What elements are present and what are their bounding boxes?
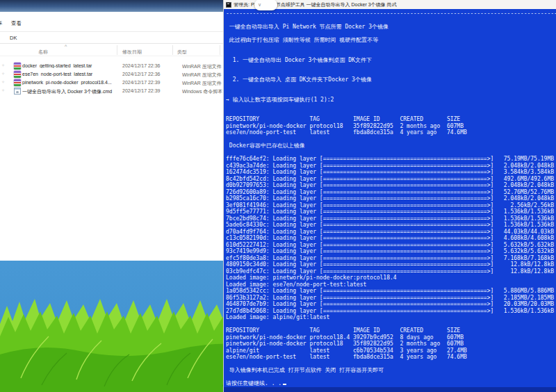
column-header-name[interactable]: 名称	[38, 49, 48, 56]
loading-layer-line: fffe76c64ef2: Loading layer [===========…	[226, 156, 556, 163]
loading-layer-line: 5ade6c84330c: Loading layer [===========…	[226, 222, 556, 229]
cmd-console-window: 管理员: Pi Network 节点维护工具 一键全自动导出导入 Docker …	[223, 0, 556, 392]
console-text-line: Docker容器中已存在以上镜像	[226, 142, 556, 149]
blank-line	[226, 103, 556, 110]
loading-layer-line: 162474dc3519: Loading layer [===========…	[226, 169, 556, 176]
loading-layer-line: 7bce2bd98c74: Loading layer [===========…	[226, 215, 556, 222]
file-name: docker_getting-started_latest.tar	[22, 63, 120, 68]
loading-layer-line: 86f53b3127a2: Loading layer [===========…	[226, 295, 556, 302]
loading-layer-line: c439ac3a74de: Loading layer [===========…	[226, 163, 556, 170]
row-status-icon: ✧	[1, 64, 5, 67]
loading-layer-line: 610d52227412: Loading layer [===========…	[226, 242, 556, 249]
winrar-archive-icon	[14, 79, 21, 86]
column-header-modified[interactable]: 修改日期	[122, 49, 142, 56]
column-header-type[interactable]: 类型	[177, 49, 187, 56]
loading-layer-line: 1a058d5342cc: Loading layer [===========…	[226, 288, 556, 295]
blank-line	[226, 44, 556, 51]
console-text-line: 1. 一键全自动导出 Docker 3个镜像到桌面 DK文件下	[226, 57, 556, 64]
loading-layer-line: 4809150c34d0: Loading layer [===========…	[226, 261, 556, 268]
file-date-modified: 2024/12/17 22:39	[122, 88, 161, 93]
loading-layer-line: efc5f80de3a8: Loading layer [===========…	[226, 255, 556, 262]
cmd-app-icon	[226, 2, 231, 8]
blank-line	[226, 110, 556, 117]
console-text-line: 此过程由于打包压缩 须耐性等候 所需时间 视硬件配置不等	[226, 37, 556, 44]
column-divider[interactable]	[220, 45, 220, 55]
image-table-row: alpine/git latest c6b70534b534 3 years a…	[226, 348, 556, 354]
console-text-line: → 输入以上数字选项按回车键执行(1 2):2	[226, 97, 556, 104]
file-row[interactable]: ✧ese7en_node-port-test_latest.tar2024/12…	[0, 70, 224, 79]
blank-line	[226, 50, 556, 57]
console-text-line: 2. 一键全自动导入 桌面 DK文件夹下Docker 3个镜像	[226, 76, 556, 83]
image-table-row: pinetwork/pi-node-docker protocol18 35f8…	[226, 341, 556, 348]
address-breadcrumb[interactable]: DK	[10, 35, 17, 41]
loading-layer-line: 03cb9edfc47c: Loading layer [===========…	[226, 268, 556, 275]
blank-line	[226, 374, 556, 381]
file-explorer-window: 享 查看 DK ^ 名称 修改日期 类型 ✧docker_getting-sta…	[0, 0, 224, 261]
loading-layer-line: 9d5ff5e77771: Loading layer [===========…	[226, 209, 556, 215]
blank-line	[226, 83, 556, 90]
blank-line	[226, 90, 556, 97]
console-text-line: Loaded image: pinetwork/pi-node-docker:p…	[226, 275, 556, 281]
file-type: WinRAR 压缩文件	[182, 80, 224, 87]
loading-layer-line: 3ef081f41946: Loading layer [===========…	[226, 202, 556, 209]
cmd-titlebar[interactable]: 管理员: Pi Network 节点维护工具 一键全自动导出导入 Docker …	[224, 0, 556, 9]
row-status-icon: ✧	[1, 72, 5, 76]
separator-line: ----------------------------------------…	[226, 10, 556, 17]
file-date-modified: 2024/12/17 22:36	[122, 63, 161, 68]
loading-layer-line: 4648707de7b9: Loading layer [===========…	[226, 301, 556, 308]
loading-layer-line: c13c0582190d: Loading layer [===========…	[226, 235, 556, 242]
file-date-modified: 2024/12/17 22:36	[122, 72, 161, 76]
console-output[interactable]: ----------------------------------------…	[224, 9, 556, 387]
tab-share-partial[interactable]: 享	[0, 20, 3, 27]
loading-layer-line: 27d7d8b45068: Loading layer [===========…	[226, 308, 556, 315]
file-list-column-headers: ^ 名称 修改日期 类型	[0, 44, 224, 56]
file-list: ✧docker_getting-started_latest.tar2024/1…	[0, 62, 224, 95]
row-status-icon: ✧	[1, 81, 5, 84]
console-text-line: 导入镜像到本机已完成 打开节点软件 关闭 打开容器开关即可	[226, 367, 556, 374]
tab-view[interactable]: 查看	[11, 20, 22, 27]
image-table-row: pinetwork/pi-node-docker protocol18 35f8…	[226, 123, 556, 130]
cmd-window-bottom-edge	[224, 387, 556, 392]
explorer-ribbon-tabs: 享 查看	[0, 12, 224, 32]
file-name: 一键全自动导出导入 Docker 3个镜像.cmd	[22, 88, 120, 95]
loading-layer-line: d70a4fd9f764: Loading layer [===========…	[226, 229, 556, 236]
console-text-line: 请按任意键继续. . .	[226, 380, 556, 387]
column-divider[interactable]	[172, 45, 173, 55]
file-name: pinetwork_pi-node-docker_protocol18.4...	[22, 80, 120, 85]
explorer-address-bar[interactable]: DK	[0, 32, 224, 44]
blank-line	[226, 31, 556, 38]
explorer-titlebar[interactable]	[0, 0, 224, 12]
windows-script-icon	[14, 88, 21, 95]
blank-line	[226, 149, 556, 156]
blank-line	[226, 321, 556, 328]
blank-line	[226, 361, 556, 368]
image-table-row: ese7en/node-port-test latest fbda8dce315…	[226, 129, 556, 136]
row-status-icon: ✧	[1, 89, 5, 92]
image-table-row: ese7en/node-port-test latest fbda8dce315…	[226, 354, 556, 361]
loading-layer-line: 8c42bfd542cd: Loading layer [===========…	[226, 176, 556, 183]
file-type: WinRAR 压缩文件	[182, 72, 224, 79]
winrar-archive-icon	[14, 71, 21, 78]
image-table-row: pinetwork/pi-node-docker protocol18.4 39…	[226, 334, 556, 341]
column-divider[interactable]	[117, 45, 117, 55]
loading-layer-line: d0b927097653: Loading layer [===========…	[226, 182, 556, 189]
loading-layer-line: 93c7419e99d9: Loading layer [===========…	[226, 248, 556, 255]
overlay-pill[interactable]: ∨	[254, 0, 277, 10]
text-cursor	[283, 384, 286, 386]
winrar-archive-icon	[14, 63, 21, 70]
file-row[interactable]: ✧docker_getting-started_latest.tar2024/1…	[0, 62, 224, 70]
file-row[interactable]: ✧一键全自动导出导入 Docker 3个镜像.cmd2024/12/17 22:…	[0, 87, 224, 95]
console-text-line: Loaded image: ese7en/node-port-test:late…	[226, 281, 556, 288]
blank-line	[226, 17, 556, 24]
blank-line	[226, 63, 556, 70]
loading-layer-line: 726d92600a89: Loading layer [===========…	[226, 189, 556, 196]
chevron-down-icon: ∨	[258, 2, 261, 8]
sort-ascending-icon[interactable]: ^	[65, 44, 67, 49]
file-name: ese7en_node-port-test_latest.tar	[22, 72, 120, 76]
console-text-line: Loaded image: alpine/git:latest	[226, 314, 556, 321]
blank-line	[226, 70, 556, 77]
image-table-header: REPOSITORY TAG IMAGE ID CREATED SIZE	[226, 116, 556, 123]
file-row[interactable]: ✧pinetwork_pi-node-docker_protocol18.4..…	[0, 79, 224, 87]
file-type: WinRAR 压缩文件	[182, 63, 224, 70]
image-table-header: REPOSITORY TAG IMAGE ID CREATED SIZE	[226, 327, 556, 334]
